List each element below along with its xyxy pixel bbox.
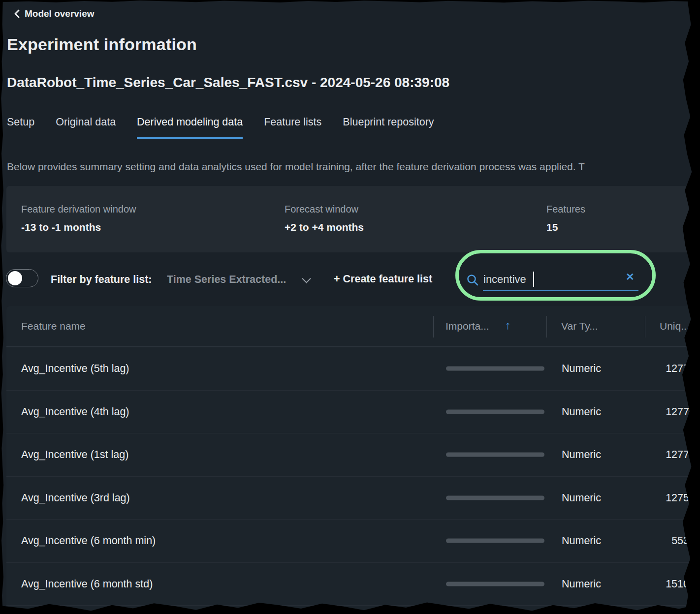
feature-name-cell: Avg_Incentive (1st lag) [21, 449, 128, 461]
back-link-label: Model overview [25, 8, 95, 19]
var-type-cell: Numeric [562, 363, 601, 375]
tab-bar: Setup Original data Derived modeling dat… [7, 116, 434, 139]
importance-bar [446, 539, 544, 543]
toggle-knob [8, 271, 22, 285]
torn-edge-left [0, 0, 5, 614]
summary-value: +2 to +4 months [285, 221, 364, 233]
feature-name-cell: Avg_Incentive (6 month min) [21, 535, 156, 547]
summary-forecast-window: Forecast window +2 to +4 months [285, 204, 364, 233]
column-header-feature-name[interactable]: Feature name [21, 320, 86, 332]
unique-count-cell: 1277 [620, 405, 689, 418]
summary-features-count: Features 15 [546, 204, 585, 233]
features-table: Feature name Importa... ↑ Var Ty... Uniq… [6, 306, 700, 614]
search-input-value: incentive [483, 273, 526, 286]
column-header-var-type[interactable]: Var Ty... [561, 320, 598, 332]
var-type-cell: Numeric [562, 578, 601, 590]
feature-name-cell: Avg_Incentive (3rd lag) [21, 491, 130, 504]
summary-value: 15 [546, 221, 585, 233]
column-header-importance[interactable]: Importa... [445, 320, 489, 332]
tab-original-data[interactable]: Original data [56, 116, 116, 139]
table-header-row: Feature name Importa... ↑ Var Ty... Uniq… [6, 306, 700, 347]
description-text: Below provides summary setting and data … [7, 161, 700, 173]
table-row[interactable]: Avg_Incentive (1st lag) Numeric 1277 [6, 433, 700, 476]
importance-bar [446, 409, 544, 414]
column-divider [433, 316, 434, 338]
var-type-cell: Numeric [562, 535, 601, 547]
summary-panel: Feature derivation window -13 to -1 mont… [6, 186, 694, 252]
create-feature-list-button[interactable]: + Create feature list [334, 273, 432, 285]
torn-edge-top [0, 0, 700, 3]
table-row[interactable]: Avg_Incentive (4th lag) Numeric 1277 [6, 390, 700, 433]
column-header-unique[interactable]: Uniq... [660, 320, 690, 332]
unique-count-cell: 1510 [620, 578, 689, 590]
clear-search-button[interactable]: ✕ [626, 272, 635, 282]
table-row[interactable]: Avg_Incentive (6 month std) Numeric 1510 [6, 562, 700, 606]
chevron-down-icon[interactable] [302, 274, 311, 283]
tab-derived-modeling-data[interactable]: Derived modeling data [137, 116, 243, 139]
page-title: Experiment information [7, 35, 197, 54]
importance-bar [446, 367, 544, 371]
unique-count-cell: 1277 [620, 363, 689, 375]
column-divider [546, 316, 547, 338]
partial-next-row [6, 605, 700, 614]
text-caret [533, 272, 534, 287]
table-row[interactable]: Avg_Incentive (6 month min) Numeric 553 [6, 519, 700, 562]
var-type-cell: Numeric [562, 449, 601, 461]
tab-setup[interactable]: Setup [7, 116, 34, 139]
back-link[interactable]: Model overview [14, 8, 95, 19]
summary-feature-derivation-window: Feature derivation window -13 to -1 mont… [21, 204, 136, 233]
summary-label: Feature derivation window [21, 204, 136, 215]
importance-bar [446, 582, 544, 586]
search-underline [483, 290, 638, 291]
chevron-left-icon [14, 9, 20, 19]
table-row[interactable]: Avg_Incentive (5th lag) Numeric 1277 [6, 347, 700, 390]
column-divider [645, 316, 645, 338]
var-type-cell: Numeric [562, 491, 601, 504]
table-row[interactable]: Avg_Incentive (3rd lag) Numeric 1275 [6, 476, 700, 520]
feature-list-dropdown[interactable]: Time Series Extracted... [167, 274, 286, 286]
feature-name-cell: Avg_Incentive (6 month std) [21, 578, 153, 590]
dataset-title: DataRobot_Time_Series_Car_Sales_FAST.csv… [7, 75, 449, 91]
feature-name-cell: Avg_Incentive (4th lag) [21, 405, 129, 418]
unique-count-cell: 1275 [620, 491, 689, 504]
summary-label: Features [546, 204, 585, 215]
feature-list-filter-toggle[interactable] [6, 269, 38, 287]
importance-bar [446, 495, 544, 500]
tab-feature-lists[interactable]: Feature lists [264, 116, 321, 139]
summary-label: Forecast window [285, 204, 364, 215]
summary-value: -13 to -1 months [21, 221, 136, 233]
filter-by-feature-list-label: Filter by feature list: [51, 274, 152, 286]
sort-arrow-up-icon[interactable]: ↑ [505, 319, 511, 332]
search-input[interactable]: incentive ✕ [460, 256, 650, 295]
unique-count-cell: 1277 [620, 449, 689, 461]
feature-name-cell: Avg_Incentive (5th lag) [21, 363, 129, 375]
tab-blueprint-repository[interactable]: Blueprint repository [343, 116, 434, 139]
var-type-cell: Numeric [562, 405, 601, 418]
search-icon [466, 274, 479, 289]
importance-bar [446, 453, 544, 457]
unique-count-cell: 553 [620, 535, 689, 547]
